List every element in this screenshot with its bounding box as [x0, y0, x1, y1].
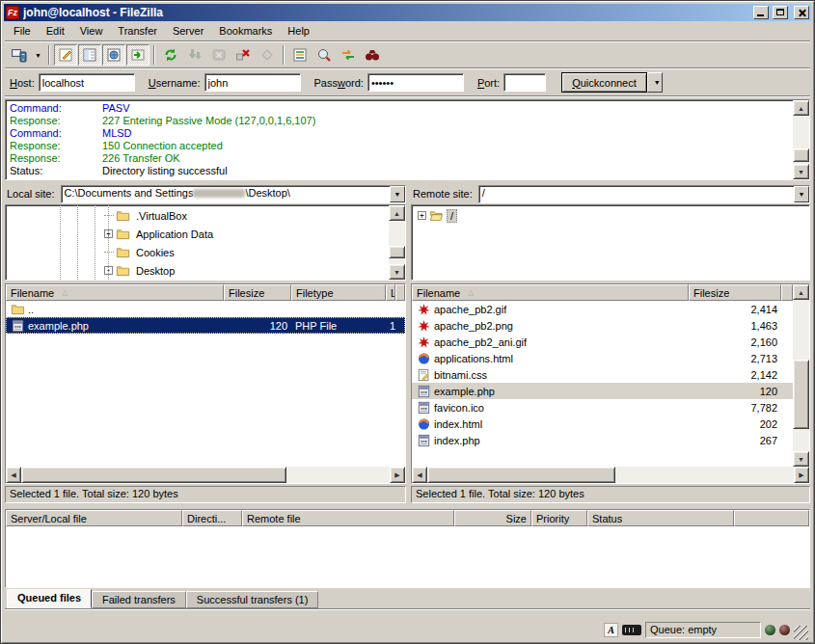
queue-column-server-local-file[interactable]: Server/Local file — [6, 510, 182, 526]
directory-comparison-button[interactable] — [312, 44, 336, 66]
scroll-down-icon[interactable]: ▼ — [793, 451, 809, 467]
remotefiles-hscrollbar[interactable]: ◀▶ — [412, 467, 809, 483]
menu-bookmarks[interactable]: Bookmarks — [211, 23, 280, 39]
close-button[interactable] — [794, 6, 809, 19]
scroll-thumb[interactable] — [427, 467, 615, 483]
column-header-filename[interactable]: Filename△ — [6, 284, 224, 301]
username-input[interactable] — [204, 73, 301, 92]
filter-button[interactable] — [288, 44, 312, 66]
menu-file[interactable]: File — [6, 23, 39, 39]
disconnect-button[interactable] — [231, 44, 255, 66]
column-header-filesize[interactable]: Filesize — [224, 284, 291, 301]
file-list[interactable]: ..example.php120PHP File1 — [6, 301, 405, 467]
toggle-remote-tree-button[interactable] — [102, 44, 125, 66]
folder-icon — [10, 303, 26, 316]
scroll-up-icon[interactable]: ▲ — [793, 100, 809, 116]
scroll-up-icon[interactable]: ▲ — [389, 205, 405, 221]
file-row-apache-pb2-png[interactable]: apache_pb2.png1,463 — [412, 317, 793, 334]
file-row-example-php[interactable]: example.php120PHP File1 — [6, 317, 405, 334]
remotefiles-vscrollbar[interactable]: ▲▼ — [793, 284, 809, 467]
scroll-down-icon[interactable]: ▼ — [389, 264, 405, 280]
chevron-down-icon[interactable]: ▼ — [390, 186, 405, 202]
queue-body[interactable] — [6, 526, 809, 587]
localfiles-hscrollbar[interactable]: ◀▶ — [6, 467, 405, 483]
scroll-left-icon[interactable]: ◀ — [412, 467, 427, 483]
queue-column-status[interactable]: Status — [587, 510, 734, 526]
sort-ascending-icon: △ — [468, 288, 474, 297]
remote-path-value[interactable]: / — [479, 186, 794, 202]
file-row-favicon-ico[interactable]: favicon.ico7,782 — [412, 399, 793, 416]
tab-failed-transfers[interactable]: Failed transfers — [92, 591, 186, 608]
file-row-index-php[interactable]: index.php267 — [412, 432, 793, 448]
tree-item-cookies[interactable]: Cookies — [6, 243, 389, 261]
queue-column-size[interactable]: Size — [454, 510, 531, 526]
maximize-button[interactable] — [773, 6, 788, 19]
password-input[interactable] — [367, 73, 464, 92]
tab-successful-transfers-1[interactable]: Successful transfers (1) — [186, 591, 319, 608]
refresh-button[interactable] — [159, 44, 182, 66]
remote-path-combobox[interactable]: / ▼ — [478, 185, 810, 203]
file-row-apache-pb2-ani-gif[interactable]: apache_pb2_ani.gif2,160 — [412, 334, 793, 350]
toggle-message-log-button[interactable] — [54, 44, 77, 66]
file-row-example-php[interactable]: example.php120 — [412, 383, 793, 399]
menu-help[interactable]: Help — [280, 23, 317, 39]
file-list[interactable]: apache_pb2.gif2,414apache_pb2.png1,463ap… — [412, 301, 793, 467]
scroll-up-icon[interactable]: ▲ — [793, 284, 809, 300]
queue-column-remote-file[interactable]: Remote file — [242, 510, 454, 526]
tree-item-desktop[interactable]: -Desktop — [6, 261, 389, 280]
file-row-apache-pb2-gif[interactable]: apache_pb2.gif2,414 — [412, 301, 793, 317]
host-input[interactable] — [39, 73, 135, 92]
scroll-thumb[interactable] — [21, 467, 286, 483]
reconnect-button[interactable] — [256, 44, 279, 66]
scroll-thumb[interactable] — [793, 148, 809, 162]
quickconnect-button[interactable]: Quickconnect — [561, 72, 647, 93]
scroll-down-icon[interactable]: ▼ — [793, 164, 809, 179]
toggle-local-tree-button[interactable] — [78, 44, 101, 66]
menu-transfer[interactable]: Transfer — [110, 23, 165, 39]
cancel-button[interactable] — [207, 44, 231, 66]
queue-column-directi[interactable]: Directi... — [182, 510, 242, 526]
tab-queued-files[interactable]: Queued files — [7, 589, 92, 608]
scroll-thumb[interactable] — [389, 246, 405, 258]
log-scrollbar[interactable]: ▲▼ — [793, 100, 809, 179]
scroll-left-icon[interactable]: ◀ — [6, 467, 21, 483]
transfer-queue-panel: Server/Local fileDirecti...Remote fileSi… — [5, 509, 810, 588]
synchronized-browsing-button[interactable] — [337, 44, 360, 66]
tree-item-root[interactable]: +/ — [412, 206, 809, 225]
tree-item-virtualbox[interactable]: .VirtualBox — [6, 206, 389, 225]
titlebar[interactable]: Fz john@localhost - FileZilla — [4, 4, 811, 21]
file-list-panels: Filename△FilesizeFiletypeL..example.php1… — [5, 283, 810, 503]
scroll-right-icon[interactable]: ▶ — [390, 467, 405, 483]
menu-edit[interactable]: Edit — [39, 23, 72, 39]
site-manager-button[interactable] — [8, 44, 31, 66]
resize-grip[interactable] — [794, 626, 808, 640]
column-header-filetype[interactable]: Filetype — [291, 284, 386, 301]
tree-item-application-data[interactable]: +Application Data — [6, 225, 389, 243]
file-row-parent[interactable]: .. — [6, 301, 405, 317]
chevron-down-icon[interactable]: ▼ — [794, 186, 809, 202]
port-input[interactable] — [503, 73, 546, 92]
column-header-filename[interactable]: Filename△ — [412, 284, 689, 301]
column-header-filesize[interactable]: Filesize — [689, 284, 781, 301]
local-path-value[interactable]: C:\Documents and Settings\Desktop\ — [62, 186, 390, 202]
menu-view[interactable]: View — [72, 23, 111, 39]
site-manager-dropdown-icon[interactable]: ▼ — [32, 44, 44, 66]
process-queue-button[interactable] — [183, 44, 206, 66]
file-row-applications-html[interactable]: applications.html2,713 — [412, 350, 793, 366]
scroll-right-icon[interactable]: ▶ — [794, 467, 809, 483]
file-row-bitnami-css[interactable]: bitnami.css2,142 — [412, 366, 793, 383]
redacted-text — [193, 189, 245, 198]
queue-column-priority[interactable]: Priority — [531, 510, 587, 526]
menu-server[interactable]: Server — [165, 23, 211, 39]
scroll-thumb[interactable] — [793, 360, 809, 429]
expand-icon[interactable]: + — [418, 211, 426, 220]
local-path-combobox[interactable]: C:\Documents and Settings\Desktop\ ▼ — [61, 185, 406, 203]
column-header-l[interactable]: L — [386, 284, 395, 301]
file-row-index-html[interactable]: index.html202 — [412, 416, 793, 432]
find-files-button[interactable] — [361, 44, 384, 66]
local-tree-scrollbar[interactable]: ▲▼ — [389, 205, 405, 280]
sort-ascending-icon: △ — [62, 288, 68, 297]
minimize-button[interactable] — [753, 6, 769, 19]
toggle-transfer-queue-button[interactable] — [126, 44, 149, 66]
quickconnect-dropdown-icon[interactable]: ▼ — [647, 72, 663, 93]
